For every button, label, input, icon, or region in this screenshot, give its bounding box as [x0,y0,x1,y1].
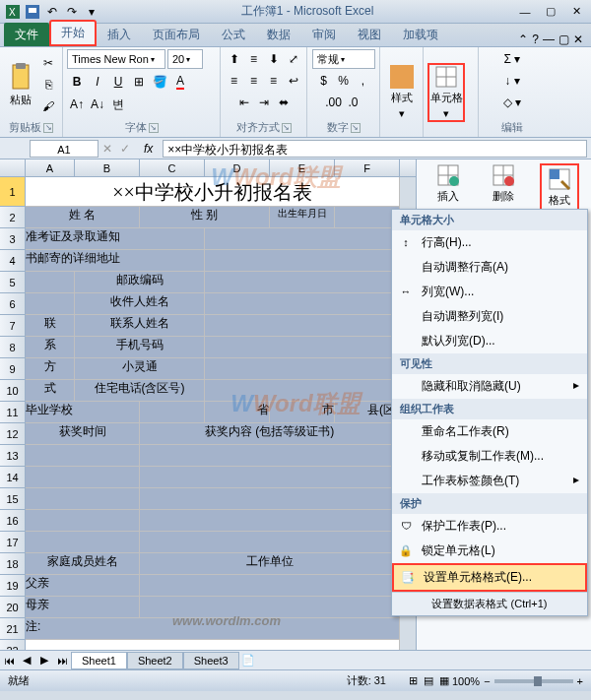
align-left-icon[interactable]: ≡ [225,71,244,91]
format-painter-icon[interactable]: 🖌 [38,96,58,116]
row-header[interactable]: 10 [0,380,26,402]
redo-icon[interactable]: ↷ [63,3,81,21]
undo-icon[interactable]: ↶ [43,3,61,21]
tab-file[interactable]: 文件 [4,23,49,46]
zoom-out-icon[interactable]: − [484,675,490,687]
ribbon-minimize-icon[interactable]: ⌃ [518,32,528,46]
cell[interactable]: 邮政编码 [75,272,205,293]
name-box[interactable]: A1 [30,140,98,158]
menu-col-width[interactable]: ↔列宽(W)... [392,280,587,304]
wrap-text-icon[interactable]: ↩ [284,71,303,91]
row-header[interactable]: 2 [0,207,26,228]
save-icon[interactable] [24,3,41,21]
cell[interactable]: 市 [270,402,335,423]
menu-autofit-row[interactable]: 自动调整行高(A) [392,255,587,280]
menu-move-copy[interactable]: 移动或复制工作表(M)... [392,444,587,469]
col-header-e[interactable]: E [270,159,335,176]
cells-button[interactable]: 单元格▾ [427,63,465,122]
row-header[interactable]: 16 [0,510,26,532]
orientation-icon[interactable]: ⤢ [284,49,303,69]
row-header[interactable]: 21 [0,618,26,640]
cell[interactable] [26,640,400,650]
styles-button[interactable]: 样式▾ [384,65,419,120]
cell[interactable] [140,510,400,532]
tab-review[interactable]: 审阅 [301,23,347,46]
cell[interactable]: 姓 名 [26,207,140,228]
col-header-c[interactable]: C [140,159,205,176]
cell[interactable] [140,532,400,553]
tab-page-layout[interactable]: 页面布局 [142,23,211,46]
cell[interactable] [26,532,140,553]
currency-icon[interactable]: $ [314,71,334,91]
menu-rename-sheet[interactable]: 重命名工作表(R) [392,419,587,444]
col-header-f[interactable]: F [335,159,400,176]
sheet-tab-1[interactable]: Sheet1 [71,652,127,669]
row-header[interactable]: 7 [0,315,26,337]
cell[interactable]: 准考证及录取通知 [26,228,205,250]
cell[interactable]: ××中学校小升初报名表 [26,177,400,207]
qat-dropdown[interactable]: ▾ [83,3,100,21]
row-header[interactable]: 4 [0,250,26,272]
grow-font-icon[interactable]: A↑ [67,95,87,114]
decrease-indent-icon[interactable]: ⇤ [234,93,254,112]
font-size-combo[interactable]: 20▾ [167,49,203,69]
row-header[interactable]: 14 [0,467,26,488]
row-header[interactable]: 19 [0,575,26,597]
cell[interactable] [140,467,400,488]
cell[interactable]: 工作单位 [140,553,400,575]
cell[interactable]: 出生年月日 [270,207,335,228]
col-header-a[interactable]: A [26,159,75,176]
menu-hide-unhide[interactable]: 隐藏和取消隐藏(U)▸ [392,374,587,399]
tab-insert[interactable]: 插入 [97,23,142,46]
cell[interactable] [26,445,140,467]
autosum-icon[interactable]: Σ ▾ [503,49,522,69]
cell[interactable]: 获奖内容 (包括等级证书) [140,423,400,445]
align-right-icon[interactable]: ≡ [264,71,284,91]
cut-icon[interactable]: ✂ [38,53,58,73]
row-header[interactable]: 20 [0,597,26,618]
view-pagebreak-icon[interactable]: ▦ [436,674,452,687]
zoom-slider[interactable] [494,679,573,683]
tab-home[interactable]: 开始 [49,20,97,46]
cell[interactable] [205,337,400,358]
tab-nav-prev-icon[interactable]: ◀ [18,654,35,667]
font-launcher[interactable]: ↘ [149,123,159,133]
merge-icon[interactable]: ⬌ [274,93,294,112]
cell[interactable]: 毕业学校 [26,402,140,423]
row-header[interactable]: 11 [0,402,26,423]
cell[interactable]: 收件人姓名 [75,293,205,315]
cell[interactable] [26,293,75,315]
cell[interactable] [205,358,400,380]
cell[interactable]: 获奖时间 [26,423,140,445]
close-button[interactable]: ✕ [565,4,587,20]
row-header[interactable]: 17 [0,532,26,553]
cell[interactable]: 父亲 [26,575,140,597]
number-format-combo[interactable]: 常规▾ [312,49,375,69]
cell[interactable]: 系 [26,337,75,358]
cell[interactable] [205,272,400,293]
paste-button[interactable]: 粘贴 [4,63,36,107]
align-top-icon[interactable]: ⬆ [225,49,244,69]
align-launcher[interactable]: ↘ [282,123,292,133]
cell[interactable] [205,250,400,272]
fill-icon[interactable]: ↓ ▾ [503,71,520,91]
font-name-combo[interactable]: Times New Ron▾ [67,49,165,69]
align-center-icon[interactable]: ≡ [244,71,264,91]
cell[interactable] [140,402,205,423]
cell[interactable]: 书邮寄的详细地址 [26,250,205,272]
doc-min-icon[interactable]: — [543,32,555,46]
cell[interactable]: 联 [26,315,75,337]
row-header[interactable]: 22 [0,640,26,650]
row-header[interactable]: 15 [0,488,26,510]
doc-restore-icon[interactable]: ▢ [558,32,569,46]
sheet-tab-3[interactable]: Sheet3 [183,652,239,669]
cell[interactable]: 母亲 [26,597,140,618]
cell[interactable]: 式 [26,380,75,402]
cell[interactable]: 方 [26,358,75,380]
row-header[interactable]: 8 [0,337,26,358]
tab-formulas[interactable]: 公式 [211,23,256,46]
menu-format-cells[interactable]: 📑设置单元格格式(E)... [392,563,587,592]
cell[interactable] [205,293,400,315]
fx-icon[interactable]: fx [134,142,163,156]
number-launcher[interactable]: ↘ [351,123,361,133]
